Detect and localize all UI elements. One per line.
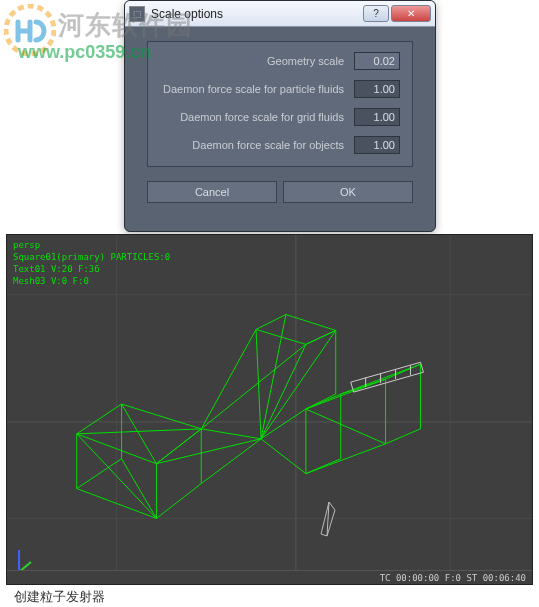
field-grid-fluids: Daemon force scale for grid fluids: [160, 108, 400, 126]
field-geometry-scale: Geometry scale: [160, 52, 400, 70]
field-objects: Daemon force scale for objects: [160, 136, 400, 154]
svg-line-10: [201, 344, 306, 429]
field-particle-fluids: Daemon force scale for particle fluids: [160, 80, 400, 98]
field-label: Daemon force scale for particle fluids: [163, 83, 344, 95]
fields-panel: Geometry scale Daemon force scale for pa…: [147, 41, 413, 167]
geometry-scale-input[interactable]: [354, 52, 400, 70]
viewport-statusbar: TC 00:00:00 F:0 ST 00:06:40: [7, 570, 532, 584]
field-label: Daemon force scale for grid fluids: [180, 111, 344, 123]
watermark-url: www.pc0359.cn: [18, 42, 151, 63]
objects-input[interactable]: [354, 136, 400, 154]
svg-line-22: [261, 439, 306, 474]
cancel-button[interactable]: Cancel: [147, 181, 277, 203]
particle-fluids-input[interactable]: [354, 80, 400, 98]
cursor-arrow-icon: [315, 500, 339, 540]
field-label: Geometry scale: [267, 55, 344, 67]
caption-text: 创建粒子发射器: [14, 588, 105, 606]
field-label: Daemon force scale for objects: [192, 139, 344, 151]
svg-line-15: [341, 379, 386, 394]
3d-viewport[interactable]: persp Square01(primary) PARTICLES:0 Text…: [6, 234, 533, 585]
close-button[interactable]: ✕: [391, 5, 431, 22]
help-button[interactable]: ?: [363, 5, 389, 22]
grid-fluids-input[interactable]: [354, 108, 400, 126]
ok-button[interactable]: OK: [283, 181, 413, 203]
svg-line-14: [306, 409, 386, 444]
wireframe-mesh: [7, 235, 532, 584]
svg-line-7: [77, 434, 157, 519]
watermark-text: 河东软件园: [58, 8, 193, 43]
viewport-hud: persp Square01(primary) PARTICLES:0 Text…: [13, 239, 170, 287]
